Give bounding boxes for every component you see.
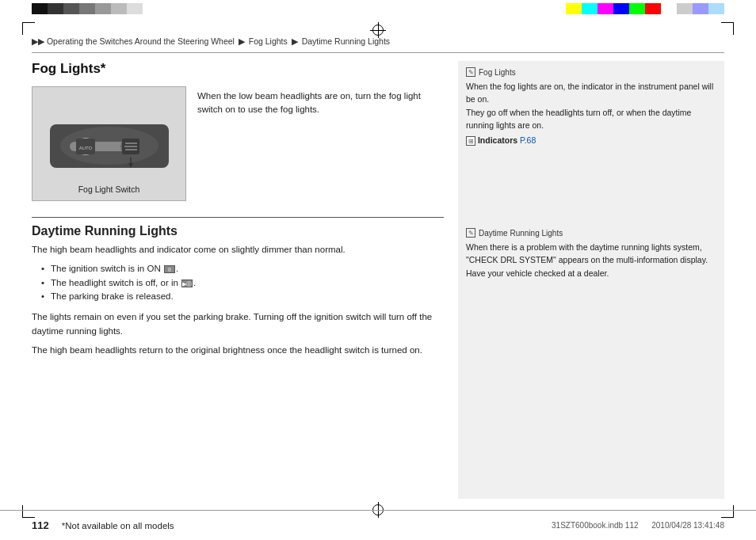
color-swatch [598,3,613,14]
headlight-icon: ▶⓪ [181,280,193,287]
color-swatches-right [566,3,724,14]
drl-note-title: ✎ Daytime Running Lights [466,228,716,238]
footer-right: 31SZT600book.indb 112 2010/04/28 13:41:4… [552,521,724,530]
color-swatch [111,3,127,14]
color-swatch [613,3,629,14]
breadcrumb-arrows: ▶▶ [32,36,44,46]
fog-lights-note-box: ✎ Fog Lights When the fog lights are on,… [466,67,716,146]
drl-bullet-2: The headlight switch is off, or in ▶⓪. [43,276,444,291]
color-swatch [79,3,95,14]
breadcrumb-sep-2: ▶ [292,36,298,46]
breadcrumb-part-1: Operating the Switches Around the Steeri… [47,36,235,46]
page-number: 112 [32,519,49,531]
drl-para2: The lights remain on even if you set the… [32,310,444,339]
footer-timestamp: 2010/04/28 13:41:48 [651,521,724,530]
fog-lights-section: AUTO [32,86,444,207]
color-swatch [582,3,598,14]
drl-bullet-1: The ignition switch is in ON II. [43,262,444,276]
color-swatch [661,3,677,14]
right-col-spacer [466,157,716,228]
fog-caption-text: When the low beam headlights are on, tur… [197,89,444,117]
footer-file-info: 31SZT600book.indb 112 [552,521,639,530]
indicators-icon: ⊞ [466,136,475,146]
main-content: ▶▶ Operating the Switches Around the Ste… [32,33,724,507]
color-bar-top [0,0,756,17]
drl-note-body: When there is a problem with the daytime… [466,241,716,280]
drl-section: Daytime Running Lights The high beam hea… [32,217,444,358]
fog-note-icon: ✎ [466,67,475,77]
color-swatch [127,3,143,14]
fog-caption-area: When the low beam headlights are on, tur… [197,86,444,117]
drl-note-title-text: Daytime Running Lights [479,229,563,238]
drl-bullet-3: The parking brake is released. [43,290,444,304]
color-swatches-left [32,3,158,14]
fog-note-body: When the fog lights are on, the indicato… [466,80,716,131]
color-swatch [645,3,661,14]
breadcrumb-part-2: Fog Lights [249,36,288,46]
svg-text:AUTO: AUTO [78,146,92,150]
color-swatch [95,3,111,14]
drl-note-box: ✎ Daytime Running Lights When there is a… [466,228,716,280]
fog-note-link-area: ⊞ Indicators P.68 [466,135,716,146]
color-swatch [629,3,645,14]
fog-image-label: Fog Light Switch [78,181,140,196]
fog-lights-note-title: ✎ Fog Lights [466,67,716,77]
switch-illustration: AUTO [46,108,173,180]
color-swatch [677,3,693,14]
drl-heading: Daytime Running Lights [32,217,444,238]
drl-note-icon: ✎ [466,228,475,238]
fog-lights-heading: Fog Lights* [32,61,444,80]
top-divider [32,52,724,53]
color-swatch [32,3,48,14]
two-column-layout: Fog Lights* [32,61,724,499]
breadcrumb-sep-1: ▶ [239,36,245,46]
page-footer: 112 *Not available on all models 31SZT60… [0,510,756,540]
color-swatch [143,3,158,14]
left-column: Fog Lights* [32,61,444,499]
indicators-label: Indicators [478,135,520,145]
breadcrumb: ▶▶ Operating the Switches Around the Ste… [32,33,724,46]
right-column: ✎ Fog Lights When the fog lights are on,… [458,61,724,499]
color-swatch [708,3,724,14]
fog-image-inner: AUTO [32,98,185,189]
fog-light-image-box: AUTO [32,86,186,201]
fog-note-title-text: Fog Lights [479,68,516,77]
color-swatch [48,3,63,14]
footer-note: *Not available on all models [62,521,174,530]
ignition-icon: II [164,265,175,273]
color-swatch [566,3,582,14]
breadcrumb-part-3: Daytime Running Lights [302,36,390,46]
indicators-link[interactable]: P.68 [520,135,536,145]
drl-bullet-list: The ignition switch is in ON II. The hea… [43,262,444,304]
color-swatch [693,3,708,14]
drl-para3: The high beam headlights return to the o… [32,344,444,358]
drl-intro: The high beam headlights and indicator c… [32,243,444,257]
color-swatch [63,3,79,14]
